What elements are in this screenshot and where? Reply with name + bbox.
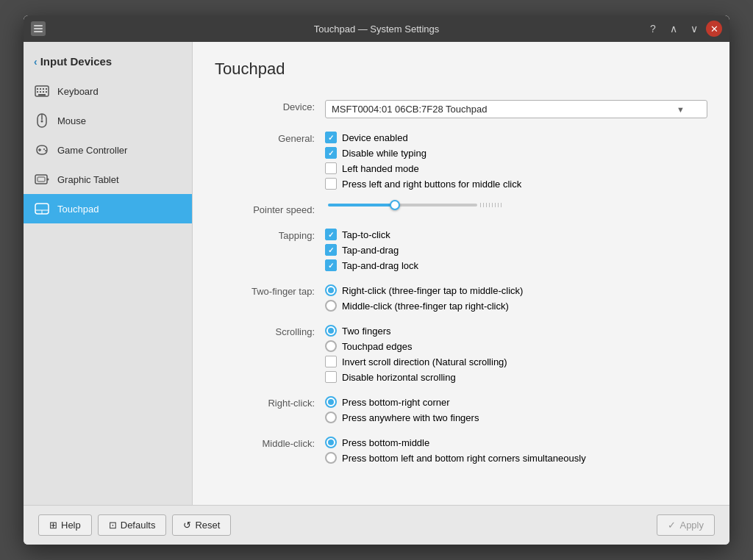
- main-content: Touchpad Device: MSFT0004:01 06CB:7F28 T…: [193, 42, 729, 505]
- svg-point-18: [47, 179, 49, 181]
- content-area: ‹ Input Devices: [24, 42, 729, 505]
- gamepad-icon: [34, 142, 50, 158]
- svg-rect-5: [37, 91, 38, 93]
- tick8: [501, 203, 502, 207]
- disable-horizontal-row[interactable]: Disable horizontal scrolling: [325, 371, 707, 383]
- maximize-button[interactable]: ∨: [685, 20, 703, 37]
- two-finger-tap-row: Two-finger tap: Right-click (three-finge…: [215, 281, 707, 315]
- left-handed-row[interactable]: Left handed mode: [325, 162, 707, 174]
- left-handed-checkbox[interactable]: [325, 162, 337, 174]
- svg-rect-8: [46, 91, 47, 93]
- sidebar-item-gamecontroller[interactable]: Game Controller: [24, 135, 192, 165]
- apply-icon: ✓: [668, 520, 676, 531]
- defaults-button[interactable]: ⊡ Defaults: [98, 514, 167, 536]
- general-row: General: ✓ Device enabled ✓ Disable whil…: [215, 128, 707, 193]
- tap-drag-row[interactable]: ✓ Tap-and-drag: [325, 244, 707, 256]
- touchpad-edges-radio[interactable]: [325, 340, 337, 352]
- right-click-three-row[interactable]: Right-click (three-finger tap to middle-…: [325, 284, 707, 296]
- device-enabled-label: Device enabled: [342, 132, 408, 143]
- help-button[interactable]: ⊞ Help: [38, 514, 92, 536]
- two-fingers-scroll-radio[interactable]: [325, 325, 337, 337]
- right-click-content: Press bottom-right corner Press anywhere…: [325, 396, 707, 423]
- sidebar-item-mouse[interactable]: Mouse: [24, 106, 192, 135]
- press-bottom-corners-radio[interactable]: [325, 452, 337, 464]
- tick4: [489, 203, 490, 207]
- touchpad-edges-label: Touchpad edges: [342, 341, 412, 352]
- tap-to-click-label: Tap-to-click: [342, 229, 390, 240]
- disable-typing-row[interactable]: ✓ Disable while typing: [325, 147, 707, 159]
- invert-scroll-label: Invert scroll direction (Natural scrolli…: [342, 356, 507, 367]
- press-bottom-middle-radio[interactable]: [325, 437, 337, 448]
- tapping-row: Tapping: ✓ Tap-to-click ✓ Tap-and-drag ✓: [215, 225, 707, 275]
- pointer-speed-content: [325, 203, 707, 207]
- tap-to-click-checkbox[interactable]: ✓: [325, 229, 337, 240]
- help-label: Help: [61, 520, 81, 531]
- touchpad-label: Touchpad: [57, 204, 99, 215]
- tap-drag-checkbox[interactable]: ✓: [325, 244, 337, 256]
- press-two-fingers-label: Press anywhere with two fingers: [342, 412, 479, 423]
- invert-scroll-checkbox[interactable]: [325, 356, 337, 367]
- pointer-speed-label: Pointer speed:: [215, 203, 325, 215]
- sidebar-item-keyboard[interactable]: Keyboard: [24, 76, 192, 106]
- press-two-fingers-radio[interactable]: [325, 412, 337, 423]
- svg-point-12: [41, 121, 43, 123]
- back-arrow-icon: ‹: [34, 56, 38, 68]
- tap-drag-lock-checkbox[interactable]: ✓: [325, 259, 337, 271]
- tick7: [498, 203, 499, 207]
- select-arrow-icon: ▼: [677, 105, 685, 114]
- press-bottom-corners-row[interactable]: Press bottom left and bottom right corne…: [325, 452, 707, 464]
- sidebar-item-touchpad[interactable]: Touchpad: [24, 194, 192, 223]
- device-enabled-row[interactable]: ✓ Device enabled: [325, 132, 707, 143]
- minimize-button[interactable]: ∧: [665, 20, 682, 37]
- svg-rect-1: [37, 88, 38, 90]
- settings-form: Device: MSFT0004:01 06CB:7F28 Touchpad ▼…: [215, 96, 707, 467]
- tap-to-click-row[interactable]: ✓ Tap-to-click: [325, 229, 707, 240]
- press-bottom-middle-row[interactable]: Press bottom-middle: [325, 437, 707, 448]
- sidebar-item-graphictablet[interactable]: Graphic Tablet: [24, 165, 192, 194]
- slider-thumb[interactable]: [390, 200, 400, 210]
- touchpad-edges-row[interactable]: Touchpad edges: [325, 340, 707, 352]
- app-icon: [31, 21, 46, 36]
- svg-rect-9: [38, 94, 46, 96]
- radio-dot4: [328, 439, 334, 445]
- svg-rect-2: [40, 88, 41, 90]
- defaults-icon: ⊡: [109, 520, 117, 531]
- device-enabled-checkbox[interactable]: ✓: [325, 132, 337, 143]
- mouse-icon: [34, 112, 50, 129]
- device-value: MSFT0004:01 06CB:7F28 Touchpad: [332, 104, 488, 115]
- middle-click-three-label: Middle-click (three-finger tap right-cli…: [342, 301, 509, 312]
- scrolling-label: Scrolling:: [215, 325, 325, 337]
- svg-rect-19: [38, 177, 45, 182]
- press-two-fingers-row[interactable]: Press anywhere with two fingers: [325, 412, 707, 423]
- scrolling-content: Two fingers Touchpad edges Invert scroll…: [325, 325, 707, 383]
- close-button[interactable]: ✕: [706, 21, 722, 37]
- reset-label: Reset: [195, 520, 220, 531]
- tick1: [480, 203, 481, 207]
- device-row: Device: MSFT0004:01 06CB:7F28 Touchpad ▼: [215, 96, 707, 122]
- two-fingers-scroll-label: Two fingers: [342, 326, 390, 337]
- reset-button[interactable]: ↺ Reset: [172, 514, 231, 536]
- disable-horizontal-checkbox[interactable]: [325, 371, 337, 383]
- disable-typing-checkbox[interactable]: ✓: [325, 147, 337, 159]
- apply-button[interactable]: ✓ Apply: [657, 514, 715, 536]
- pointer-speed-slider-track[interactable]: [328, 204, 477, 207]
- middle-click-checkbox[interactable]: [325, 178, 337, 190]
- help-button[interactable]: ?: [644, 20, 662, 37]
- keyboard-label: Keyboard: [57, 86, 99, 97]
- press-bottom-right-row[interactable]: Press bottom-right corner: [325, 396, 707, 408]
- tap-drag-lock-row[interactable]: ✓ Tap-and-drag lock: [325, 259, 707, 271]
- radio-dot: [328, 287, 334, 293]
- tick3: [486, 203, 487, 207]
- device-select[interactable]: MSFT0004:01 06CB:7F28 Touchpad ▼: [325, 100, 707, 118]
- back-button[interactable]: ‹ Input Devices: [24, 49, 192, 76]
- check-mark: ✓: [328, 134, 334, 142]
- two-fingers-scroll-row[interactable]: Two fingers: [325, 325, 707, 337]
- right-click-row: Right-click: Press bottom-right corner P…: [215, 392, 707, 427]
- back-label: Input Devices: [40, 55, 113, 68]
- invert-scroll-row[interactable]: Invert scroll direction (Natural scrolli…: [325, 356, 707, 367]
- middle-click-three-radio[interactable]: [325, 300, 337, 312]
- right-click-three-radio[interactable]: [325, 284, 337, 296]
- middle-click-row[interactable]: Press left and right buttons for middle …: [325, 178, 707, 190]
- press-bottom-right-radio[interactable]: [325, 396, 337, 408]
- middle-click-three-row[interactable]: Middle-click (three-finger tap right-cli…: [325, 300, 707, 312]
